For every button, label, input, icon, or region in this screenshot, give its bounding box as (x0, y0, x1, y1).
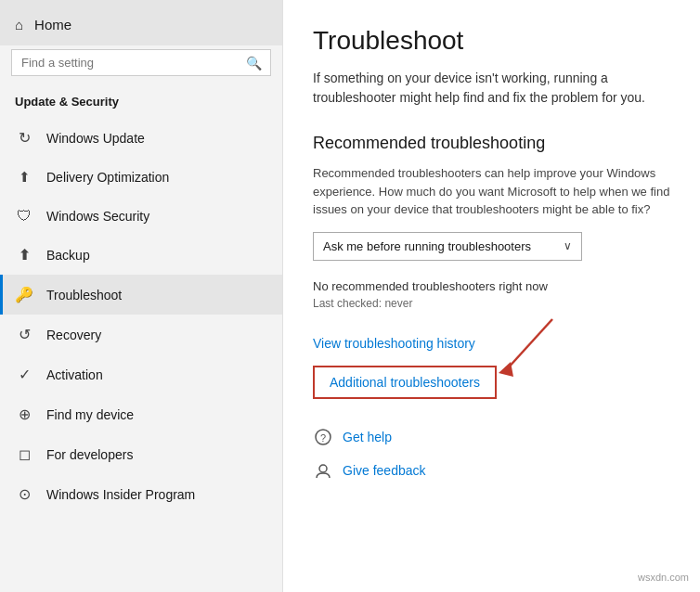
sidebar-item-windows-security[interactable]: 🛡 Windows Security (0, 197, 282, 236)
home-icon: ⌂ (15, 17, 23, 32)
sidebar-home-label: Home (34, 17, 71, 32)
sidebar-item-find-my-device[interactable]: ⊕ Find my device (0, 394, 282, 434)
additional-troubleshooters-link[interactable]: Additional troubleshooters (330, 375, 480, 390)
sidebar-item-label: Windows Update (46, 131, 145, 146)
chevron-down-icon: ∨ (564, 239, 572, 252)
troubleshoot-icon: 🔑 (15, 286, 33, 303)
for-developers-icon: ◻ (15, 445, 33, 463)
sidebar-item-for-developers[interactable]: ◻ For developers (0, 434, 282, 474)
sidebar-section-title: Update & Security (0, 87, 282, 118)
additional-troubleshooters-box: Additional troubleshooters (313, 366, 497, 399)
windows-security-icon: 🛡 (15, 208, 33, 225)
watermark: wsxdn.com (634, 570, 693, 585)
get-help-label: Get help (343, 430, 392, 444)
delivery-optimization-icon: ⬆ (15, 169, 33, 186)
page-title: Troubleshoot (313, 26, 670, 56)
no-troubleshooters-text: No recommended troubleshooters right now (313, 279, 670, 293)
search-box[interactable]: 🔍 (11, 49, 271, 76)
windows-update-icon: ↻ (15, 129, 33, 147)
sidebar: ⌂ Home 🔍 Update & Security ↻ Windows Upd… (0, 0, 283, 592)
recommended-section-title: Recommended troubleshooting (313, 134, 670, 153)
give-feedback-label: Give feedback (343, 463, 426, 478)
activation-icon: ✓ (15, 366, 33, 383)
sidebar-home-button[interactable]: ⌂ Home (0, 0, 282, 45)
give-feedback-icon (313, 460, 333, 481)
main-content: Troubleshoot If something on your device… (283, 0, 700, 592)
svg-point-4 (319, 465, 327, 472)
sidebar-item-troubleshoot[interactable]: 🔑 Troubleshoot (0, 275, 282, 315)
search-input[interactable] (11, 49, 271, 76)
sidebar-item-label: Windows Security (46, 209, 149, 224)
help-links: ? Get help Give feedback (313, 427, 670, 481)
svg-marker-1 (499, 362, 513, 377)
get-help-icon: ? (313, 427, 333, 447)
search-icon: 🔍 (246, 56, 262, 71)
sidebar-item-label: Recovery (46, 328, 101, 342)
sidebar-item-label: Delivery Optimization (46, 170, 169, 185)
windows-insider-icon: ⊙ (15, 485, 33, 503)
sidebar-item-label: Windows Insider Program (46, 487, 195, 502)
sidebar-item-backup[interactable]: ⬆ Backup (0, 236, 282, 275)
troubleshooter-dropdown[interactable]: Ask me before running troubleshooters ∨ (313, 232, 582, 261)
last-checked-text: Last checked: never (313, 297, 670, 310)
page-description: If something on your device isn't workin… (313, 69, 670, 108)
sidebar-item-label: For developers (46, 447, 133, 462)
find-my-device-icon: ⊕ (15, 405, 33, 423)
dropdown-value: Ask me before running troubleshooters (323, 239, 531, 253)
svg-text:?: ? (320, 432, 326, 444)
sidebar-item-windows-insider[interactable]: ⊙ Windows Insider Program (0, 474, 282, 514)
additional-troubleshooters-area: Additional troubleshooters (313, 366, 497, 418)
sidebar-item-windows-update[interactable]: ↻ Windows Update (0, 118, 282, 158)
get-help-item[interactable]: ? Get help (313, 427, 670, 447)
recommended-description: Recommended troubleshooters can help imp… (313, 164, 670, 219)
sidebar-item-recovery[interactable]: ↺ Recovery (0, 315, 282, 354)
backup-icon: ⬆ (15, 247, 33, 264)
give-feedback-item[interactable]: Give feedback (313, 460, 670, 481)
sidebar-item-activation[interactable]: ✓ Activation (0, 354, 282, 394)
sidebar-item-label: Find my device (46, 407, 134, 422)
view-history-link[interactable]: View troubleshooting history (313, 336, 670, 351)
sidebar-item-label: Troubleshoot (46, 288, 122, 302)
sidebar-item-label: Backup (46, 248, 90, 263)
sidebar-item-label: Activation (46, 367, 103, 382)
recovery-icon: ↺ (15, 326, 33, 343)
sidebar-item-delivery-optimization[interactable]: ⬆ Delivery Optimization (0, 158, 282, 197)
